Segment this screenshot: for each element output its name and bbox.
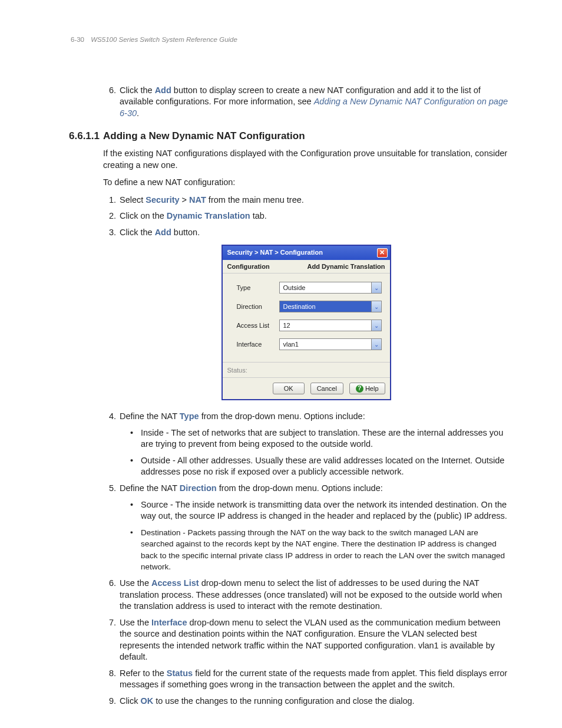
help-icon: ? (356, 385, 363, 393)
chevron-down-icon: ⌄ (371, 320, 381, 331)
page-number: 6-30 (71, 36, 84, 43)
step-4-bullet-inside: •Inside - The set of networks that are s… (103, 427, 509, 450)
chevron-down-icon: ⌄ (371, 282, 381, 293)
dialog-title: Security > NAT > Configuration (227, 248, 323, 257)
page-header: 6-30 WS5100 Series Switch System Referen… (71, 35, 503, 45)
direction-dropdown[interactable]: Destination ⌄ (279, 301, 382, 312)
dialog-titlebar: Security > NAT > Configuration ✕ (223, 246, 390, 260)
para-intro: If the existing NAT configurations displ… (103, 148, 509, 171)
direction-label: Direction (237, 302, 279, 311)
help-button[interactable]: ? Help (349, 383, 385, 394)
type-label: Type (237, 284, 279, 292)
status-label: Status: (223, 362, 390, 377)
close-icon: ✕ (379, 249, 385, 256)
type-dropdown[interactable]: Outside ⌄ (279, 282, 382, 294)
step-1: 1. Select Security > NAT from the main m… (103, 195, 509, 206)
dialog-subheader: Configuration Add Dynamic Translation (223, 260, 390, 274)
access-list-label: Access List (237, 321, 279, 330)
step-4: 4. Define the NAT Type from the drop-dow… (103, 411, 509, 423)
step-3: 3. Click the Add button. (103, 227, 509, 239)
doc-title: WS5100 Series Switch System Reference Gu… (91, 36, 237, 43)
close-button[interactable]: ✕ (377, 248, 388, 258)
intro-step-6: 6. Click the Add button to display scree… (103, 85, 509, 120)
step-2: 2. Click on the Dynamic Translation tab. (103, 210, 509, 222)
step-9: 9. Click OK to use the changes to the ru… (103, 696, 509, 707)
step-7: 7. Use the Interface drop-down menu to s… (103, 617, 509, 663)
add-dynamic-translation-dialog: Security > NAT > Configuration ✕ Configu… (222, 245, 391, 401)
step-4-bullet-outside: •Outside - All other addresses. Usually … (103, 455, 509, 478)
step-5: 5. Define the NAT Direction from the dro… (103, 483, 509, 495)
step-5-bullet-destination: •Destination - Packets passing through t… (103, 527, 509, 573)
interface-dropdown[interactable]: vlan1 ⌄ (279, 338, 382, 350)
step-6: 6. Use the Access List drop-down menu to… (103, 578, 509, 612)
cancel-button[interactable]: Cancel (310, 383, 343, 394)
step-8: 8. Refer to the Status field for the cur… (103, 668, 509, 691)
interface-label: Interface (237, 340, 279, 349)
step-5-bullet-source: •Source - The inside network is transmit… (103, 499, 509, 522)
section-heading: 6.6.1.1 Adding a New Dynamic NAT Configu… (69, 130, 509, 143)
access-list-dropdown[interactable]: 12 ⌄ (279, 319, 382, 331)
ok-button[interactable]: OK (273, 383, 305, 394)
chevron-down-icon: ⌄ (371, 301, 381, 312)
chevron-down-icon: ⌄ (371, 339, 381, 350)
para-lead: To define a new NAT configuration: (103, 177, 509, 189)
